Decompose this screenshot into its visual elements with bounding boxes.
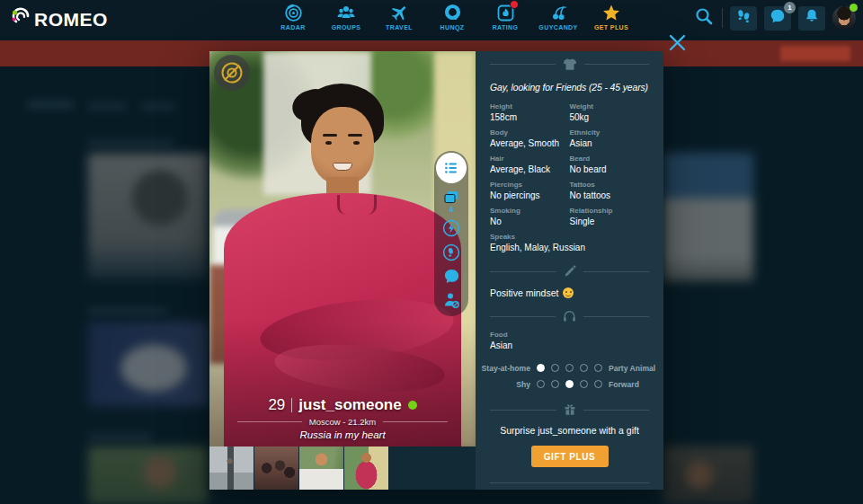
lightning-icon: [442, 219, 460, 237]
search-icon[interactable]: [693, 5, 715, 31]
section-divider-about: [490, 265, 649, 278]
chat-bubble-icon: [443, 268, 460, 285]
scale-dots: [537, 380, 602, 388]
nav-item-guycandy[interactable]: GUYCANDY: [538, 3, 579, 31]
scale-dot[interactable]: [551, 380, 559, 388]
photo-thumbnail[interactable]: [209, 447, 254, 490]
scale-dot[interactable]: [565, 364, 574, 372]
profile-tagline: Russia in my heart: [209, 429, 476, 440]
profile-attributes-grid: Height 158cm Weight 50kg Body Average, S…: [490, 102, 649, 252]
quickshare-button[interactable]: [442, 219, 460, 237]
scale-dot[interactable]: [537, 364, 545, 372]
top-nav: ROMEO RADAR: [0, 0, 863, 36]
footprints-button[interactable]: [730, 6, 757, 31]
scale-dot[interactable]: [580, 364, 588, 372]
photo-column: 4: [209, 51, 476, 490]
personality-scales: Stay-at-home Party Animal Shy Forward: [476, 361, 663, 391]
scale-social: Stay-at-home Party Animal: [476, 361, 663, 375]
scale-dot[interactable]: [580, 380, 588, 388]
nav-item-rating[interactable]: RATING: [485, 3, 526, 31]
photos-icon: [443, 190, 459, 206]
details-tab-button[interactable]: [436, 153, 467, 183]
nav-right-cluster: 1: [693, 0, 856, 36]
groups-icon: [336, 3, 356, 22]
chat-bubble-icon: [770, 8, 786, 28]
close-button[interactable]: [667, 32, 688, 57]
logo-text: ROMEO: [34, 9, 108, 31]
nav-divider: [722, 8, 723, 28]
plane-icon: [390, 3, 409, 22]
profile-action-rail: 4: [434, 151, 468, 316]
radar-icon: [284, 3, 303, 22]
attribute-food: Food Asian: [490, 331, 649, 350]
profile-location: Moscow - 21.2km: [309, 417, 376, 427]
profile-identity: 29 just_someone Moscow - 21.2km Russia i…: [209, 396, 476, 440]
block-user-button[interactable]: [442, 291, 460, 309]
photo-thumbnail[interactable]: [299, 447, 343, 490]
messages-button[interactable]: 1: [764, 6, 791, 31]
nav-item-groups[interactable]: GROUPS: [325, 3, 367, 31]
photo-thumbnail[interactable]: [254, 447, 298, 490]
about-text: Positive mindset: [490, 287, 649, 298]
photo-thumbnail[interactable]: [344, 447, 388, 490]
scale-dot[interactable]: [594, 380, 602, 388]
section-divider-lifestyle: [490, 310, 649, 323]
online-indicator-dot: [408, 401, 417, 410]
chat-button[interactable]: [443, 268, 460, 285]
scale-dot[interactable]: [594, 364, 602, 372]
attribute-height: Height 158cm: [490, 102, 570, 122]
no-public-photo-icon: [220, 61, 244, 84]
hidden-photo-badge: [214, 55, 250, 91]
headphones-icon: [563, 310, 576, 323]
smiley-icon: [563, 287, 574, 298]
scale-dot[interactable]: [537, 380, 545, 388]
attribute-body: Body Average, Smooth: [490, 128, 570, 148]
online-status-dot: [850, 4, 858, 12]
attribute-relationship: Relationship Single: [570, 207, 650, 226]
attribute-weight: Weight 50kg: [570, 102, 650, 122]
profile-username: just_someone: [298, 396, 401, 414]
tshirt-icon: [563, 57, 577, 71]
photo-thumbnail-strip: [209, 447, 476, 490]
nav-item-travel[interactable]: TRAVEL: [378, 3, 420, 31]
star-icon: [601, 3, 621, 22]
profile-main-photo[interactable]: 4: [209, 51, 476, 447]
nav-item-radar[interactable]: RADAR: [272, 3, 314, 31]
attribute-hair: Hair Average, Black: [490, 155, 570, 174]
bell-icon: [804, 8, 820, 28]
scale-confidence: Shy Forward: [476, 377, 663, 391]
rating-notification-badge: [510, 0, 519, 9]
scale-dot[interactable]: [565, 380, 574, 388]
messages-badge: 1: [784, 2, 796, 13]
cherries-icon: [549, 3, 568, 22]
panel-divider: [490, 482, 649, 483]
profile-age: 29: [268, 396, 285, 414]
attribute-ethnicity: Ethnicity Asian: [570, 128, 650, 148]
thumbnail-strip-filler: [389, 447, 476, 490]
nav-item-getplus[interactable]: GET PLUS: [591, 3, 632, 31]
hunqz-icon: [443, 3, 462, 22]
nav-item-hunqz[interactable]: HUNQZ: [432, 3, 473, 31]
scale-dots: [537, 364, 602, 372]
photos-tab-button[interactable]: 4: [443, 190, 459, 213]
pencil-icon: [564, 265, 576, 278]
section-divider-gift: [490, 403, 649, 416]
gift-plus-button[interactable]: GIFT PLUS: [531, 446, 609, 467]
profile-details-panel: Gay, looking for Friends (25 - 45 years)…: [476, 51, 663, 490]
banner-button[interactable]: [780, 46, 850, 61]
attribute-beard: Beard No beard: [570, 155, 650, 174]
romeo-logo-icon: [9, 6, 32, 33]
scale-dot[interactable]: [551, 364, 559, 372]
looking-for-headline: Gay, looking for Friends (25 - 45 years): [490, 83, 649, 93]
romeo-logo[interactable]: ROMEO: [9, 6, 108, 33]
details-list-icon: [443, 160, 459, 176]
attribute-smoking: Smoking No: [490, 207, 570, 226]
name-separator: [291, 398, 292, 412]
attribute-speaks: Speaks English, Malay, Russian: [490, 233, 649, 252]
gift-prompt-text: Surprise just_someone with a gift: [476, 425, 663, 436]
footprint-button[interactable]: [442, 243, 460, 261]
footprints-icon: [735, 8, 752, 28]
notifications-button[interactable]: [798, 6, 825, 31]
user-avatar[interactable]: [832, 6, 856, 30]
app-window: ROMEO RADAR: [0, 0, 863, 504]
